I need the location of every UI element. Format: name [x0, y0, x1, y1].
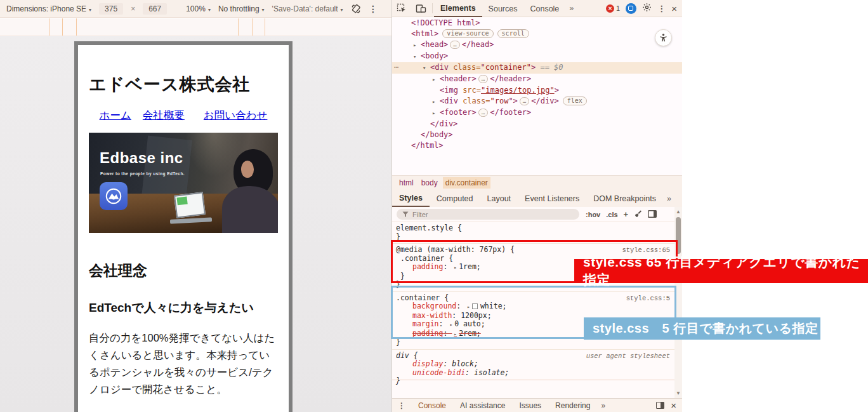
css-property-name: display — [412, 359, 443, 368]
expand-shorthand-icon[interactable]: ▸ — [454, 265, 457, 270]
dom-node[interactable]: </html> — [392, 140, 682, 151]
drawer-more-icon[interactable]: ⋮ — [392, 401, 411, 410]
element-style-rule[interactable]: element.style { } — [392, 222, 674, 244]
css-declaration[interactable]: display: block; — [396, 360, 671, 369]
expand-arrow-icon[interactable]: ▸ — [432, 108, 440, 119]
toggle-hover-button[interactable]: :hov — [586, 211, 600, 218]
dom-node[interactable]: <html>view-sourcescroll — [392, 29, 682, 39]
emulated-page: エドベース株式会社 ホーム会社概要お問い合わせ Edbase inc Power… — [78, 74, 289, 412]
expand-arrow-icon[interactable]: ▸ — [413, 40, 421, 51]
drawer-dock-icon[interactable] — [656, 402, 664, 409]
expand-arrow-icon[interactable]: ▾ — [413, 51, 421, 62]
media-query-tick — [252, 18, 253, 36]
rotate-viewport-icon[interactable] — [351, 4, 361, 14]
dom-node[interactable]: </div> — [392, 119, 682, 130]
devtools-close-icon[interactable]: × — [671, 3, 677, 14]
nav-link[interactable]: ホーム — [100, 109, 131, 123]
scroll-down-icon[interactable]: ▼ — [674, 390, 682, 396]
nav-link[interactable]: 会社概要 — [143, 109, 185, 123]
subtab-dom-breakpoints[interactable]: DOM Breakpoints — [586, 190, 663, 206]
scroll-up-icon[interactable]: ▲ — [674, 209, 682, 215]
breadcrumb-body[interactable]: body — [419, 177, 440, 189]
devtools-more-icon[interactable]: ⋮ — [657, 4, 666, 13]
user-agent-rule[interactable]: user agent stylesheet div { display: blo… — [392, 350, 674, 388]
expand-shorthand-icon[interactable]: ▸ — [454, 331, 457, 337]
hero-person-body-shape — [222, 186, 278, 233]
media-query-bar[interactable] — [0, 18, 391, 36]
dom-node[interactable]: ▸<footer>…</footer> — [392, 107, 682, 119]
dom-token-tag: </footer> — [490, 108, 531, 117]
save-data-dropdown[interactable]: 'Save-Data': default▾ — [272, 4, 343, 13]
dom-token-pill: flex — [563, 96, 587, 105]
breadcrumb-html[interactable]: html — [397, 177, 416, 189]
dom-token-tag: <head> — [421, 40, 448, 49]
css-property-name: background — [412, 302, 456, 310]
dom-node[interactable]: ▾<body> — [392, 51, 682, 62]
drawer-more-tabs-icon[interactable]: » — [597, 401, 608, 410]
tab-sources[interactable]: Sources — [482, 1, 524, 17]
css-property-name: margin — [412, 319, 439, 328]
viewport-height-input[interactable]: 667 — [143, 3, 167, 15]
expand-arrow-icon[interactable]: ▸ — [432, 74, 440, 85]
subtab-computed[interactable]: Computed — [430, 190, 480, 206]
device-toolbar-more-icon[interactable]: ⋮ — [369, 4, 378, 14]
dock-sidebar-icon[interactable] — [648, 210, 657, 219]
tab-console[interactable]: Console — [523, 1, 565, 17]
settings-gear-icon[interactable] — [642, 3, 652, 14]
throttling-dropdown[interactable]: No throttling▾ — [218, 4, 265, 13]
styles-scrollbar[interactable]: ▲ ▼ — [674, 207, 682, 398]
dom-node[interactable]: ▸<head>…</head> — [392, 39, 682, 51]
expand-arrow-icon[interactable]: ▾ — [423, 63, 430, 74]
subtab-layout[interactable]: Layout — [480, 190, 518, 206]
dom-node[interactable]: ⋯▾<div class="container"> == $0 — [392, 62, 682, 74]
device-toolbar-toggle-icon[interactable] — [411, 4, 431, 13]
styles-filter-input[interactable]: Filter — [397, 209, 579, 220]
toggle-class-button[interactable]: .cls — [606, 211, 617, 218]
dom-token-attr: class= — [449, 63, 481, 72]
css-declaration-text: max-width: 1200px; — [412, 311, 492, 320]
expand-arrow-icon[interactable]: ▸ — [432, 96, 440, 107]
device-emulation-area: Dimensions: iPhone SE▾ 375 × 667 100%▾ N… — [0, 0, 391, 412]
stylesheet-source-link[interactable]: style.css:5 — [626, 295, 670, 303]
dom-node[interactable]: ▸<header>…</header> — [392, 74, 682, 85]
css-declaration[interactable]: unicode-bidi: isolate; — [396, 369, 671, 378]
dimensions-dropdown[interactable]: Dimensions: iPhone SE▾ — [6, 4, 91, 13]
zoom-dropdown[interactable]: 100%▾ — [186, 4, 211, 13]
css-colon: : — [443, 262, 452, 271]
expand-shorthand-icon[interactable]: ▸ — [467, 304, 470, 310]
rendering-brush-icon[interactable] — [634, 209, 642, 219]
subtab-event-listeners[interactable]: Event Listeners — [518, 190, 586, 206]
nav-link[interactable]: お問い合わせ — [204, 109, 268, 123]
dom-node[interactable]: <img src="images/top.jpg"> — [392, 85, 682, 96]
more-subtabs-icon[interactable]: » — [663, 194, 674, 203]
new-style-rule-button[interactable]: + — [624, 209, 629, 219]
drawer-tab-rendering[interactable]: Rendering — [548, 401, 597, 410]
drawer-tab-console[interactable]: Console — [411, 401, 453, 410]
dom-token-dots: … — [520, 97, 529, 105]
dom-node[interactable]: </body> — [392, 130, 682, 140]
dom-gutter-ellipsis[interactable]: ⋯ — [394, 62, 398, 73]
css-semicolon: ; — [477, 329, 481, 338]
more-tabs-icon[interactable]: » — [565, 4, 577, 13]
color-swatch[interactable] — [472, 303, 478, 309]
dom-token-tag: <div — [440, 96, 458, 105]
drawer-tab-ai-assistance[interactable]: AI assistance — [453, 401, 512, 410]
dom-node[interactable]: ▸<div class="row">…</div>flex — [392, 96, 682, 107]
error-count-badge[interactable]: ✕1 — [606, 4, 620, 13]
viewport-width-input[interactable]: 375 — [99, 3, 123, 15]
feature-promo-icon[interactable] — [626, 3, 636, 14]
dom-node[interactable]: <!DOCTYPE html> — [392, 18, 682, 29]
subtab-styles[interactable]: Styles — [392, 190, 430, 207]
breadcrumb-div.container[interactable]: div.container — [443, 177, 490, 189]
css-declaration-text: margin: ▸0 auto; — [412, 319, 485, 328]
css-declaration[interactable]: background: ▸white; — [396, 302, 671, 312]
styles-pane: element.style { } style.css:65 @media (m… — [392, 222, 674, 398]
scrollbar-thumb[interactable] — [676, 217, 681, 254]
hero-image: Edbase inc Power to the people by using … — [89, 133, 278, 233]
inspect-element-icon[interactable] — [392, 3, 411, 13]
tab-elements[interactable]: Elements — [434, 0, 482, 17]
media-query-tick — [76, 18, 77, 36]
drawer-tab-issues[interactable]: Issues — [512, 401, 548, 410]
expand-shorthand-icon[interactable]: ▸ — [449, 322, 452, 328]
drawer-close-icon[interactable]: × — [671, 400, 676, 411]
